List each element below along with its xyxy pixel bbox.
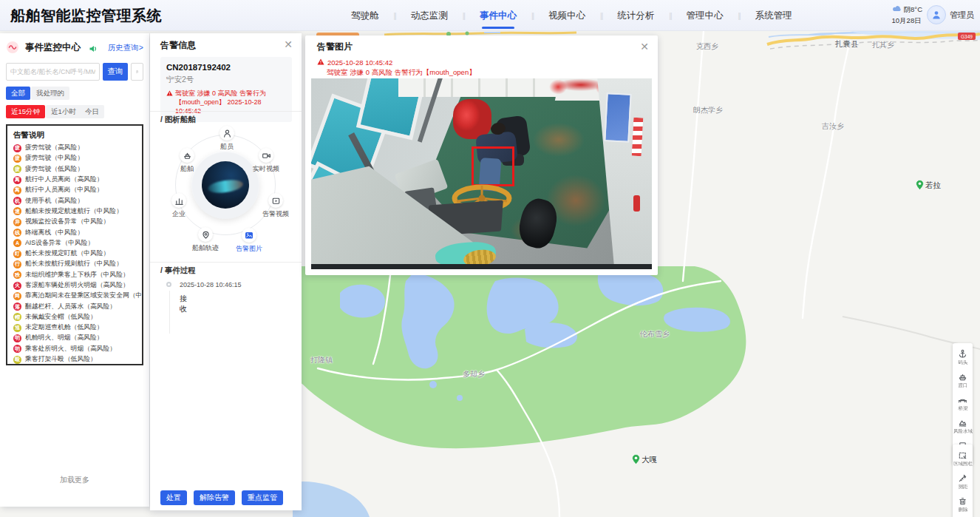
- user-name: 管理员: [950, 10, 974, 21]
- map-tool-del[interactable]: 删除: [957, 496, 969, 515]
- avideo-icon: [268, 193, 283, 208]
- map-tool-risk[interactable]: 风险水域: [951, 418, 975, 436]
- svg-text:G349: G349: [961, 34, 973, 39]
- nav-item-5[interactable]: 统计分析: [602, 0, 669, 31]
- alarm-legend-box: 告警说明 疲疲劳驾驶（高风险）疲疲劳驾驶（中风险）疲疲劳驾驶（低风险）离航行中人…: [6, 124, 143, 365]
- alarm-badge-icon: A: [13, 239, 21, 247]
- map-pin-icon: [632, 454, 640, 467]
- ferry-icon: [958, 372, 967, 382]
- alarm-legend-item: 机使用手机（高风险）: [7, 195, 142, 206]
- nav-item-2[interactable]: 动态监测: [396, 0, 463, 31]
- section-analysis-title: / 图析船舶: [160, 115, 196, 125]
- filter-all[interactable]: 全部: [6, 87, 30, 100]
- map-poi-label: 大嘎: [642, 455, 657, 465]
- alarm-label: 翻越栏杆、人员落水（高风险）: [25, 303, 116, 311]
- del-icon: [958, 496, 967, 506]
- load-more-button[interactable]: 加载更多: [0, 475, 149, 485]
- alarm-label: AIS设备异常（中风险）: [25, 239, 94, 248]
- nav-item-3[interactable]: 事件中心: [465, 0, 531, 31]
- alarm-legend-item: 网靠离泊期间未在登乘区域安装安全网（中风险）: [7, 291, 142, 301]
- map-road-badge: G349: [958, 33, 976, 40]
- map-tool-label: 区域围栏: [953, 461, 973, 467]
- avatar[interactable]: [927, 5, 946, 24]
- alarm-label: 客滚船车辆处所明火明烟（高风险）: [25, 281, 129, 290]
- nav-item-4[interactable]: 视频中心: [534, 0, 600, 31]
- alarm-label: 未组织维护乘客上下秩序（中风险）: [25, 271, 129, 280]
- alarm-label: 使用手机（高风险）: [25, 197, 84, 206]
- orbit-item-company[interactable]: 企业: [155, 193, 203, 219]
- alarm-badge-icon: 盯: [13, 250, 21, 258]
- map-poi-label: 若拉: [925, 180, 941, 191]
- close-icon[interactable]: ✕: [640, 41, 649, 52]
- event-panel-title: 事件监控中心: [25, 41, 81, 54]
- orbit-item-label: 告警视频: [252, 209, 299, 219]
- bridge-icon: [958, 395, 967, 405]
- filter-today[interactable]: 今日: [80, 105, 104, 118]
- alarm-legend-item: AAIS设备异常（中风险）: [7, 238, 142, 249]
- map-tool-bridge[interactable]: 桥梁: [957, 395, 969, 413]
- ship-analysis-diagram: 船员船舶实时视频企业告警视频船舶轨迹告警图片: [150, 126, 302, 257]
- alarm-label: 疲劳驾驶（高风险）: [25, 143, 84, 152]
- orbit-item-avideo[interactable]: 告警视频: [252, 193, 299, 219]
- nav-item-7[interactable]: 系统管理: [741, 0, 807, 31]
- alarm-label: 机舱明火、明烟（高风险）: [25, 334, 103, 342]
- orbit-item-label: 告警图片: [225, 244, 273, 254]
- alarm-photo[interactable]: [311, 78, 652, 269]
- alarm-badge-icon: 明: [13, 334, 21, 342]
- map-tool-label: 渡口: [958, 382, 967, 389]
- close-icon[interactable]: ✕: [284, 39, 293, 50]
- search-button[interactable]: 查询: [103, 63, 128, 81]
- dismiss-alert-button[interactable]: 解除告警: [194, 490, 235, 505]
- orbit-item-live[interactable]: 实时视频: [242, 148, 290, 174]
- filter-mine[interactable]: 我处理的: [31, 87, 69, 100]
- risk-icon: [958, 418, 967, 428]
- life-jacket: [453, 99, 491, 139]
- map-tool-fence[interactable]: 区域围栏: [951, 450, 975, 469]
- filter-1hour[interactable]: 近1小时: [46, 105, 81, 118]
- speaker-icon[interactable]: [89, 43, 98, 56]
- alarm-label: 终端离线（中风险）: [25, 229, 84, 237]
- fence-icon: [958, 450, 967, 460]
- map-poi-marker[interactable]: 大嘎: [632, 454, 657, 467]
- nav-item-1[interactable]: 驾驶舱: [336, 0, 394, 31]
- orbit-item-aimage[interactable]: 告警图片: [225, 228, 273, 254]
- app-title: 船舶智能监控管理系统: [10, 0, 162, 31]
- alarm-legend-item: 疲疲劳驾驶（中风险）: [7, 153, 142, 163]
- aimage-icon: [242, 228, 256, 243]
- photo-bottom-edge: [311, 264, 652, 269]
- search-input[interactable]: [6, 63, 100, 81]
- alarm-label: 疲劳驾驶（低风险）: [25, 165, 84, 174]
- alarm-label: 航行中人员离岗（高风险）: [25, 175, 103, 184]
- copy-button[interactable]: [131, 63, 143, 81]
- user-menu[interactable]: 管理员: [927, 5, 974, 24]
- alarm-badge-icon: 线: [13, 229, 21, 237]
- alarm-label: 靠离泊期间未在登乘区域安装安全网（中风险）: [25, 291, 143, 300]
- map-tool-ferry[interactable]: 渡口: [957, 372, 969, 391]
- orbit-item-track[interactable]: 船舶轨迹: [182, 227, 229, 253]
- map-tool-anchor[interactable]: 码头: [957, 349, 969, 368]
- alert-image-warning: 2025-10-28 10:45:42 驾驶室 涉嫌 0 高风险 告警行为【mo…: [317, 58, 476, 77]
- map-poi-marker[interactable]: 若拉: [916, 180, 941, 193]
- anchor-icon: [958, 349, 967, 359]
- fire-extinguisher: [633, 195, 640, 212]
- alarm-legend-item: 异视频监控设备异常（中风险）: [7, 217, 142, 227]
- alert-info-panel: 告警信息 ✕ CN20187192402 宁安2号 驾驶室 涉嫌 0 高风险 告…: [150, 33, 302, 510]
- alarm-legend-item: 殴乘客打架斗殴（低风险）: [7, 354, 142, 365]
- key-supervision-button[interactable]: 重点监管: [242, 490, 283, 505]
- orbit-item-ship[interactable]: 船舶: [163, 148, 211, 174]
- warning-icon: [317, 58, 324, 67]
- map-place-label: 克西乡: [696, 41, 718, 52]
- map-place-label: 多却乡: [463, 369, 485, 379]
- map-tool-measure[interactable]: 测距: [957, 473, 969, 492]
- alarm-legend-item: 巡未定期巡查机舱（低风险）: [7, 322, 142, 333]
- nav-item-6[interactable]: 管理中心: [672, 0, 738, 31]
- filter-15min[interactable]: 近15分钟: [6, 105, 45, 118]
- handle-button[interactable]: 处置: [160, 490, 187, 505]
- map-tool-label: 删除: [958, 507, 967, 513]
- map-tool-label: 码头: [958, 359, 967, 366]
- history-query-link[interactable]: 历史查询>: [108, 43, 143, 53]
- map-tool-label: 桥梁: [958, 405, 967, 412]
- map-tool-label: 测距: [958, 484, 967, 490]
- alarm-badge-icon: 明: [13, 345, 21, 353]
- alarm-legend-item: 离航行中人员离岗（高风险）: [7, 175, 142, 185]
